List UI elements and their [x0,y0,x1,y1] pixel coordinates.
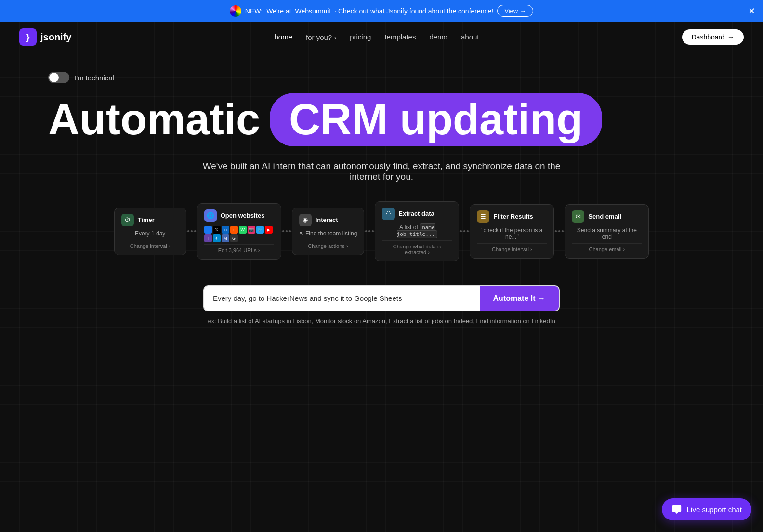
connector-2 [282,230,291,232]
automate-button[interactable]: Automate It → [480,286,559,311]
announcement-new: NEW: [245,7,263,15]
dashboard-button[interactable]: Dashboard → [682,29,744,45]
workflow-card-interact-action[interactable]: Change actions › [299,240,357,249]
nav-link-about[interactable]: about [461,33,479,41]
nav-link-templates[interactable]: templates [384,33,416,41]
nav-item-demo[interactable]: demo [429,33,447,41]
nav-link-pricing[interactable]: pricing [350,33,371,41]
filter-icon: ☰ [477,210,489,223]
nav-item-pricing[interactable]: pricing [350,33,371,41]
announcement-arrow: → [520,7,526,14]
workflow-card-filter-header: ☰ Filter Results [477,210,547,223]
connector-1 [187,230,196,232]
workflow-card-open: 🌐 Open websites f 𝕏 in r W 📷 🐦 ▶ T ✈ M G… [197,203,281,260]
nav-link-demo[interactable]: demo [429,33,447,41]
live-chat-button[interactable]: Live support chat [662,498,751,520]
hero-title: Automatic CRM updating [48,93,744,146]
workflow-card-interact-title: Interact [316,216,338,223]
chevron-down-icon: › [334,33,336,41]
nav-item-about[interactable]: about [461,33,479,41]
workflow-card-logos: f 𝕏 in r W 📷 🐦 ▶ T ✈ M G [204,226,274,242]
workflow-card-send-header: ✉ Send email [572,210,642,223]
workflow-card-timer-header: ⏱ Timer [121,214,179,226]
nav-logo[interactable]: } jsonify [19,28,71,46]
connector-4 [460,230,469,232]
workflow-card-extract-body: A list of name job_title... [382,224,452,237]
hero-title-plain: Automatic [48,97,260,143]
live-chat-label: Live support chat [687,506,742,514]
hero-section: I'm technical Automatic CRM updating We'… [0,52,763,334]
open-websites-icon: 🌐 [204,209,217,222]
workflow-card-filter-body: "check if the person is a ne..." [477,227,547,240]
workflow-card-extract-title: Extract data [398,210,434,217]
interact-icon: ◉ [299,214,312,226]
announcement-logo-icon [230,5,241,17]
technical-toggle-label: I'm technical [74,74,114,82]
automate-bar: Automate It → [203,285,560,311]
announcement-bar: NEW: We're at Websummit · Check out what… [0,0,763,22]
workflow-card-timer-title: Timer [138,216,155,223]
example-link-4[interactable]: Find information on LinkedIn [476,317,555,324]
nav-item-foryou[interactable]: for you? › [306,33,336,41]
chat-bubble-icon [671,504,682,515]
workflow-card-send: ✉ Send email Send a summary at the end C… [565,204,649,259]
extract-icon: { } [382,208,395,220]
workflow-card-timer: ⏱ Timer Every 1 day Change interval › [114,208,186,255]
example-link-2[interactable]: Monitor stock on Amazon [315,317,385,324]
workflow-card-interact: ◉ Interact ↖ Find the team listing Chang… [292,208,365,255]
nav-links: home for you? › pricing templates demo a… [274,33,479,41]
announcement-close-button[interactable]: ✕ [748,6,755,16]
cursor-icon: ↖ [299,230,304,237]
technical-toggle-row: I'm technical [48,72,744,83]
announcement-view-button[interactable]: View → [497,5,533,17]
examples-prefix: ex: [208,317,218,324]
workflow-card-send-body: Send a summary at the end [572,227,642,240]
send-email-icon: ✉ [572,210,584,223]
workflow-card-open-title: Open websites [221,212,265,219]
nav-logo-text: jsonify [40,32,71,43]
hero-subtitle: We've built an AI intern that can autono… [189,161,574,182]
connector-3 [365,230,374,232]
nav-logo-icon: } [19,28,37,46]
workflow-card-extract-action[interactable]: Change what data is extracted › [382,240,452,255]
hero-title-pill: CRM updating [270,93,602,146]
dashboard-arrow-icon: → [727,33,734,41]
workflow-card-send-title: Send email [588,213,621,220]
workflow-card-interact-body: ↖ Find the team listing [299,230,357,237]
technical-toggle-switch[interactable] [48,72,69,83]
connector-5 [555,230,564,232]
workflow-card-extract-header: { } Extract data [382,208,452,220]
workflow-card-open-header: 🌐 Open websites [204,209,274,222]
example-link-3[interactable]: Extract a list of jobs on Indeed [389,317,473,324]
timer-icon: ⏱ [121,214,134,226]
nav-item-home[interactable]: home [274,33,292,41]
workflow-card-send-action[interactable]: Change email › [572,243,642,252]
workflow-card-timer-action[interactable]: Change interval › [121,240,179,249]
workflow-card-interact-header: ◉ Interact [299,214,357,226]
workflow-card-open-action[interactable]: Edit 3,964 URLs › [204,244,274,253]
workflow-card-timer-body: Every 1 day [121,230,179,237]
automate-input[interactable] [204,286,480,310]
main-nav: } jsonify home for you? › pricing templa… [0,22,763,52]
websummit-link[interactable]: Websummit [295,7,331,15]
nav-item-templates[interactable]: templates [384,33,416,41]
toggle-knob [49,73,59,82]
example-links: ex: Build a list of AI startups in Lisbo… [203,317,560,324]
announcement-text: We're at [266,7,291,15]
workflow-card-extract: { } Extract data A list of name job_titl… [375,201,459,261]
announcement-mid-text: · Check out what Jsonify found about the… [334,7,493,15]
workflow-card-filter-action[interactable]: Change interval › [477,243,547,252]
workflow-card-filter-title: Filter Results [493,213,533,220]
nav-link-foryou[interactable]: for you? › [306,33,336,41]
example-link-1[interactable]: Build a list of AI startups in Lisbon [218,317,311,324]
workflow-container: ⏱ Timer Every 1 day Change interval › 🌐 … [92,201,671,261]
nav-link-home[interactable]: home [274,33,292,41]
workflow-card-filter: ☰ Filter Results "check if the person is… [470,204,554,259]
